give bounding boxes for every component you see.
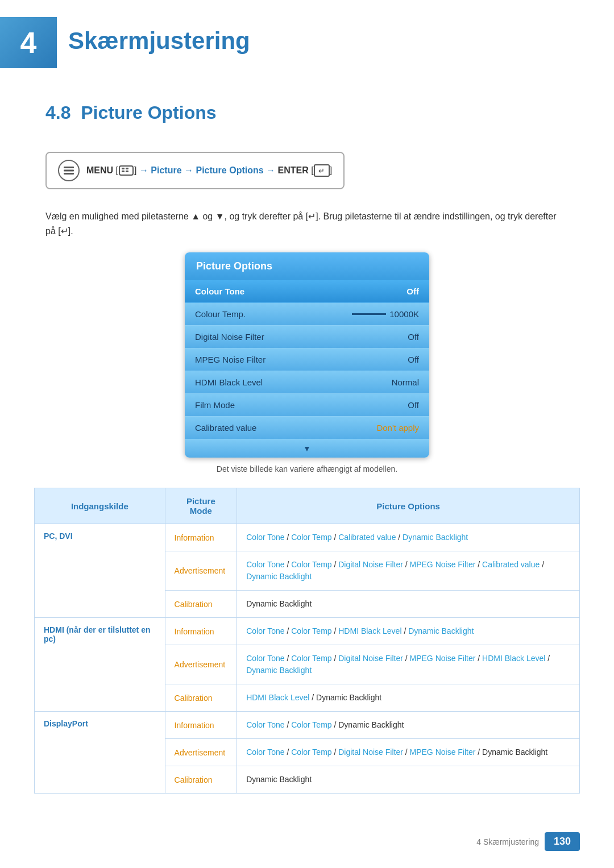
mode-information-1: Information: [165, 524, 237, 551]
digital-noise-label: Digital Noise Filter: [195, 332, 264, 342]
page-number: 130: [545, 832, 580, 851]
options-dp-information: Color Tone / Color Temp / Dynamic Backli…: [237, 712, 580, 739]
digital-noise-value: Off: [408, 332, 419, 342]
menu-icon: [58, 160, 80, 181]
page-header: 4 Skærmjustering: [0, 0, 614, 80]
temp-indicator: 10000K: [352, 309, 419, 319]
picture-options-menu-box: Picture Options Colour Tone Off Colour T…: [185, 252, 429, 458]
chapter-number-box: 4: [0, 17, 57, 68]
table-header-mode: Picture Mode: [165, 488, 237, 524]
table-row: PC, DVI Information Color Tone / Color T…: [35, 524, 580, 551]
svg-rect-2: [64, 173, 74, 175]
mode-calibration-1: Calibration: [165, 591, 237, 618]
colour-tone-label: Colour Tone: [195, 286, 244, 296]
film-mode-label: Film Mode: [195, 400, 235, 410]
colour-temp-value: 10000K: [352, 309, 419, 319]
svg-rect-5: [126, 168, 128, 169]
options-pc-advertisement: Color Tone / Color Temp / Digital Noise …: [237, 551, 580, 591]
mode-calibration-3: Calibration: [165, 766, 237, 794]
chapter-title: Skærmjustering: [68, 27, 250, 55]
options-dp-calibration: Dynamic Backlight: [237, 766, 580, 794]
description-text: Vælg en mulighed med piletasterne ▲ og ▼…: [45, 209, 569, 238]
menu-item-calibrated[interactable]: Calibrated value Don't apply: [185, 417, 429, 439]
svg-rect-4: [122, 168, 125, 169]
menu-item-film-mode[interactable]: Film Mode Off: [185, 394, 429, 417]
calibrated-value: Don't apply: [376, 423, 419, 433]
menu-item-digital-noise[interactable]: Digital Noise Filter Off: [185, 326, 429, 348]
mode-information-2: Information: [165, 618, 237, 645]
menu-item-colour-tone[interactable]: Colour Tone Off: [185, 280, 429, 303]
menu-box-header: Picture Options: [185, 252, 429, 280]
options-hdmi-calibration: HDMI Black Level / Dynamic Backlight: [237, 684, 580, 712]
source-displayport: DisplayPort: [35, 712, 165, 794]
source-pc-dvi: PC, DVI: [35, 524, 165, 618]
hdmi-black-label: HDMI Black Level: [195, 377, 263, 387]
enter-icon: ↵: [314, 164, 330, 177]
colour-temp-label: Colour Temp.: [195, 309, 246, 319]
hdmi-black-value: Normal: [392, 377, 419, 387]
mode-advertisement-2: Advertisement: [165, 645, 237, 684]
menu-item-mpeg-noise[interactable]: MPEG Noise Filter Off: [185, 348, 429, 371]
mpeg-noise-value: Off: [408, 355, 419, 364]
options-pc-information: Color Tone / Color Temp / Calibrated val…: [237, 524, 580, 551]
mode-information-3: Information: [165, 712, 237, 739]
table-row: DisplayPort Information Color Tone / Col…: [35, 712, 580, 739]
temp-line-bar: [352, 313, 386, 315]
chapter-number: 4: [20, 26, 37, 60]
section-title: 4.8 Picture Options: [45, 102, 569, 123]
picture-options-menu-container: Picture Options Colour Tone Off Colour T…: [45, 252, 569, 458]
mode-calibration-2: Calibration: [165, 684, 237, 712]
svg-rect-0: [64, 167, 74, 168]
table-header-source: Indgangskilde: [35, 488, 165, 524]
mode-advertisement-3: Advertisement: [165, 739, 237, 766]
mpeg-noise-label: MPEG Noise Filter: [195, 355, 265, 364]
footer-text: 4 Skærmjustering: [476, 837, 539, 846]
svg-rect-6: [122, 171, 125, 172]
menu-path: MENU [] → Picture → Picture Options → EN…: [45, 152, 345, 189]
calibrated-label: Calibrated value: [195, 423, 256, 433]
picture-options-table: Indgangskilde Picture Mode Picture Optio…: [34, 488, 580, 794]
table-header-options: Picture Options: [237, 488, 580, 524]
options-pc-calibration: Dynamic Backlight: [237, 591, 580, 618]
options-hdmi-advertisement: Color Tone / Color Temp / Digital Noise …: [237, 645, 580, 684]
menu-scroll-down: ▼: [185, 439, 429, 458]
svg-rect-1: [64, 170, 74, 172]
options-dp-advertisement: Color Tone / Color Temp / Digital Noise …: [237, 739, 580, 766]
source-hdmi: HDMI (når der er tilsluttet en pc): [35, 618, 165, 712]
table-row: HDMI (når der er tilsluttet en pc) Infor…: [35, 618, 580, 645]
menu-path-text: MENU [] → Picture → Picture Options → EN…: [86, 164, 332, 177]
menu-item-colour-temp[interactable]: Colour Temp. 10000K: [185, 303, 429, 326]
svg-rect-7: [126, 171, 128, 172]
page-footer: 4 Skærmjustering 130: [476, 832, 580, 851]
colour-tone-value: Off: [406, 286, 419, 296]
film-mode-value: Off: [408, 400, 419, 410]
mode-advertisement-1: Advertisement: [165, 551, 237, 591]
menu-item-hdmi-black[interactable]: HDMI Black Level Normal: [185, 371, 429, 394]
options-hdmi-information: Color Tone / Color Temp / HDMI Black Lev…: [237, 618, 580, 645]
image-caption: Det viste billede kan variere afhængigt …: [45, 464, 569, 474]
